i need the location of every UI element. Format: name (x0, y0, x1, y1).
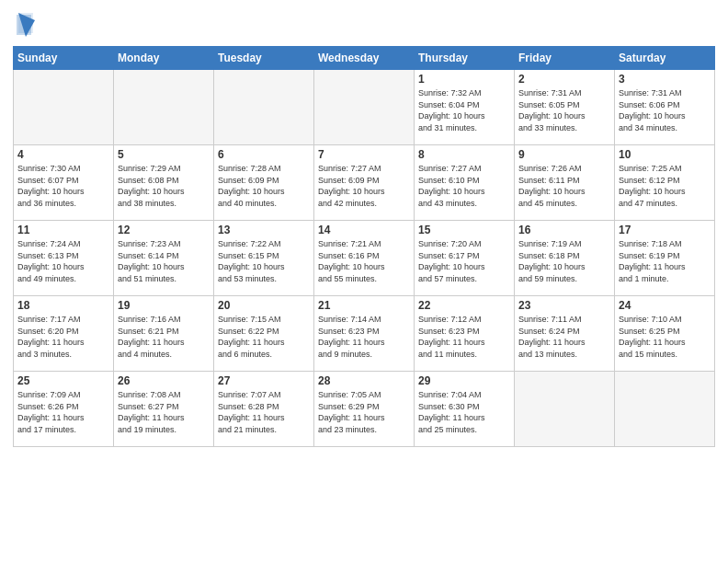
day-number: 23 (518, 299, 610, 312)
calendar-week-0: 1Sunrise: 7:32 AM Sunset: 6:04 PM Daylig… (14, 70, 715, 145)
day-number: 17 (619, 224, 711, 236)
calendar-cell: 20Sunrise: 7:15 AM Sunset: 6:22 PM Dayli… (214, 296, 314, 372)
day-number: 12 (118, 224, 210, 236)
calendar-cell: 17Sunrise: 7:18 AM Sunset: 6:19 PM Dayli… (615, 221, 715, 296)
day-number: 5 (118, 148, 210, 161)
calendar-cell: 26Sunrise: 7:08 AM Sunset: 6:27 PM Dayli… (114, 372, 214, 447)
calendar-cell (214, 70, 314, 145)
calendar-cell: 25Sunrise: 7:09 AM Sunset: 6:26 PM Dayli… (14, 372, 114, 447)
calendar-cell: 6Sunrise: 7:28 AM Sunset: 6:09 PM Daylig… (214, 145, 314, 221)
calendar-cell: 13Sunrise: 7:22 AM Sunset: 6:15 PM Dayli… (214, 221, 314, 296)
calendar-cell: 21Sunrise: 7:14 AM Sunset: 6:23 PM Dayli… (314, 296, 415, 372)
calendar-cell: 7Sunrise: 7:27 AM Sunset: 6:09 PM Daylig… (314, 145, 415, 221)
day-number: 16 (518, 224, 610, 236)
day-number: 6 (218, 148, 310, 161)
day-info: Sunrise: 7:31 AM Sunset: 6:05 PM Dayligh… (518, 87, 610, 133)
day-number: 29 (418, 374, 510, 387)
header-monday: Monday (114, 47, 214, 70)
day-info: Sunrise: 7:04 AM Sunset: 6:30 PM Dayligh… (418, 389, 510, 435)
day-number: 11 (17, 224, 109, 236)
day-number: 25 (17, 374, 109, 387)
calendar-cell (14, 70, 114, 145)
day-info: Sunrise: 7:27 AM Sunset: 6:09 PM Dayligh… (318, 163, 410, 209)
day-number: 1 (418, 73, 510, 86)
header-saturday: Saturday (615, 47, 715, 70)
day-number: 4 (17, 148, 109, 161)
calendar-week-1: 4Sunrise: 7:30 AM Sunset: 6:07 PM Daylig… (14, 145, 715, 221)
calendar-cell: 5Sunrise: 7:29 AM Sunset: 6:08 PM Daylig… (114, 145, 214, 221)
calendar-cell (314, 70, 415, 145)
header-thursday: Thursday (415, 47, 515, 70)
day-info: Sunrise: 7:29 AM Sunset: 6:08 PM Dayligh… (118, 163, 210, 209)
calendar-cell: 11Sunrise: 7:24 AM Sunset: 6:13 PM Dayli… (14, 221, 114, 296)
day-number: 20 (218, 299, 310, 312)
day-info: Sunrise: 7:30 AM Sunset: 6:07 PM Dayligh… (17, 163, 109, 209)
header-row (13, 9, 715, 40)
day-number: 15 (418, 224, 510, 236)
day-info: Sunrise: 7:19 AM Sunset: 6:18 PM Dayligh… (518, 238, 610, 284)
day-number: 26 (118, 374, 210, 387)
day-number: 18 (17, 299, 109, 312)
day-info: Sunrise: 7:24 AM Sunset: 6:13 PM Dayligh… (17, 238, 109, 284)
day-number: 28 (318, 374, 410, 387)
calendar-week-3: 18Sunrise: 7:17 AM Sunset: 6:20 PM Dayli… (14, 296, 715, 372)
calendar-cell: 27Sunrise: 7:07 AM Sunset: 6:28 PM Dayli… (214, 372, 314, 447)
calendar-table: SundayMondayTuesdayWednesdayThursdayFrid… (13, 46, 715, 447)
page-container: SundayMondayTuesdayWednesdayThursdayFrid… (0, 0, 728, 454)
day-info: Sunrise: 7:18 AM Sunset: 6:19 PM Dayligh… (619, 238, 711, 284)
calendar-cell: 12Sunrise: 7:23 AM Sunset: 6:14 PM Dayli… (114, 221, 214, 296)
calendar-cell: 16Sunrise: 7:19 AM Sunset: 6:18 PM Dayli… (515, 221, 615, 296)
day-number: 22 (418, 299, 510, 312)
calendar-cell: 28Sunrise: 7:05 AM Sunset: 6:29 PM Dayli… (314, 372, 415, 447)
day-info: Sunrise: 7:25 AM Sunset: 6:12 PM Dayligh… (619, 163, 711, 209)
calendar-cell: 3Sunrise: 7:31 AM Sunset: 6:06 PM Daylig… (615, 70, 715, 145)
calendar-cell: 4Sunrise: 7:30 AM Sunset: 6:07 PM Daylig… (14, 145, 114, 221)
day-number: 3 (619, 73, 711, 86)
calendar-cell: 24Sunrise: 7:10 AM Sunset: 6:25 PM Dayli… (615, 296, 715, 372)
calendar-cell: 14Sunrise: 7:21 AM Sunset: 6:16 PM Dayli… (314, 221, 415, 296)
calendar-cell (515, 372, 615, 447)
calendar-cell: 8Sunrise: 7:27 AM Sunset: 6:10 PM Daylig… (415, 145, 515, 221)
day-number: 27 (218, 374, 310, 387)
day-info: Sunrise: 7:22 AM Sunset: 6:15 PM Dayligh… (218, 238, 310, 284)
calendar-cell: 23Sunrise: 7:11 AM Sunset: 6:24 PM Dayli… (515, 296, 615, 372)
day-info: Sunrise: 7:05 AM Sunset: 6:29 PM Dayligh… (318, 389, 410, 435)
day-info: Sunrise: 7:11 AM Sunset: 6:24 PM Dayligh… (518, 314, 610, 360)
day-info: Sunrise: 7:31 AM Sunset: 6:06 PM Dayligh… (619, 87, 711, 133)
day-number: 21 (318, 299, 410, 312)
calendar-cell (615, 372, 715, 447)
day-info: Sunrise: 7:32 AM Sunset: 6:04 PM Dayligh… (418, 87, 510, 133)
header-sunday: Sunday (14, 47, 114, 70)
day-number: 9 (518, 148, 610, 161)
calendar-cell: 1Sunrise: 7:32 AM Sunset: 6:04 PM Daylig… (415, 70, 515, 145)
day-info: Sunrise: 7:12 AM Sunset: 6:23 PM Dayligh… (418, 314, 510, 360)
day-number: 14 (318, 224, 410, 236)
day-number: 19 (118, 299, 210, 312)
logo (13, 13, 35, 40)
day-info: Sunrise: 7:26 AM Sunset: 6:11 PM Dayligh… (518, 163, 610, 209)
day-number: 10 (619, 148, 711, 161)
day-info: Sunrise: 7:20 AM Sunset: 6:17 PM Dayligh… (418, 238, 510, 284)
day-number: 7 (318, 148, 410, 161)
day-info: Sunrise: 7:28 AM Sunset: 6:09 PM Dayligh… (218, 163, 310, 209)
day-info: Sunrise: 7:10 AM Sunset: 6:25 PM Dayligh… (619, 314, 711, 360)
calendar-cell: 22Sunrise: 7:12 AM Sunset: 6:23 PM Dayli… (415, 296, 515, 372)
day-number: 2 (518, 73, 610, 86)
day-info: Sunrise: 7:17 AM Sunset: 6:20 PM Dayligh… (17, 314, 109, 360)
calendar-cell: 18Sunrise: 7:17 AM Sunset: 6:20 PM Dayli… (14, 296, 114, 372)
calendar-header-row: SundayMondayTuesdayWednesdayThursdayFrid… (14, 47, 715, 70)
calendar-cell: 15Sunrise: 7:20 AM Sunset: 6:17 PM Dayli… (415, 221, 515, 296)
header-wednesday: Wednesday (314, 47, 415, 70)
header-tuesday: Tuesday (214, 47, 314, 70)
day-info: Sunrise: 7:21 AM Sunset: 6:16 PM Dayligh… (318, 238, 410, 284)
day-number: 13 (218, 224, 310, 236)
calendar-cell: 10Sunrise: 7:25 AM Sunset: 6:12 PM Dayli… (615, 145, 715, 221)
day-info: Sunrise: 7:08 AM Sunset: 6:27 PM Dayligh… (118, 389, 210, 435)
day-info: Sunrise: 7:23 AM Sunset: 6:14 PM Dayligh… (118, 238, 210, 284)
day-number: 24 (619, 299, 711, 312)
calendar-cell: 29Sunrise: 7:04 AM Sunset: 6:30 PM Dayli… (415, 372, 515, 447)
calendar-cell: 9Sunrise: 7:26 AM Sunset: 6:11 PM Daylig… (515, 145, 615, 221)
day-info: Sunrise: 7:07 AM Sunset: 6:28 PM Dayligh… (218, 389, 310, 435)
day-info: Sunrise: 7:16 AM Sunset: 6:21 PM Dayligh… (118, 314, 210, 360)
day-info: Sunrise: 7:15 AM Sunset: 6:22 PM Dayligh… (218, 314, 310, 360)
